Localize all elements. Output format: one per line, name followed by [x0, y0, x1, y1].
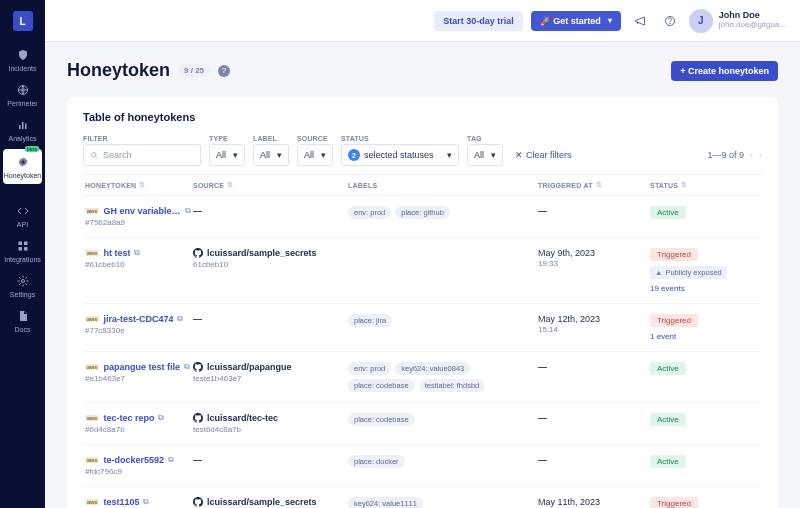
col-status[interactable]: STATUS⇅: [650, 181, 740, 189]
sidebar-item-api[interactable]: API: [0, 198, 45, 233]
table-row: awste-docker5592⧉ #fdc796c9—place: docke…: [83, 445, 762, 487]
label-tag[interactable]: env: prod: [348, 206, 391, 219]
sidebar-item-integrations[interactable]: Integrations: [0, 233, 45, 268]
events-link[interactable]: 19 events: [650, 284, 740, 293]
clear-filters-button[interactable]: ✕Clear filters: [515, 144, 572, 166]
source-file: test6d4c8a7b: [193, 425, 348, 434]
copy-icon[interactable]: ⧉: [134, 248, 140, 258]
page-help-icon[interactable]: ?: [218, 65, 230, 77]
status-badge: Triggered: [650, 497, 698, 508]
sort-icon: ⇅: [681, 181, 687, 189]
status-filter[interactable]: 2selected statuses▾: [341, 144, 459, 166]
next-page-button[interactable]: ›: [759, 150, 762, 160]
svg-rect-3: [25, 124, 27, 130]
github-icon: [193, 248, 203, 258]
label-tag[interactable]: place: github: [395, 206, 450, 219]
status-badge: Active: [650, 413, 686, 426]
table-row: awsht test⧉ #61cbeb10lcuissard/sample_se…: [83, 238, 762, 304]
source-filter[interactable]: All▾: [297, 144, 333, 166]
copy-icon[interactable]: ⧉: [184, 362, 190, 372]
sidebar-item-label: Honeytoken: [4, 172, 41, 179]
pager: 1—9 of 9 ‹ ›: [707, 144, 762, 166]
sidebar-item-analytics[interactable]: Analytics: [0, 112, 45, 147]
svg-rect-1: [19, 125, 21, 129]
col-honeytoken[interactable]: HONEYTOKEN⇅: [83, 181, 193, 189]
source-repo[interactable]: lcuissard/papangue: [207, 362, 292, 372]
no-trigger: —: [538, 413, 547, 423]
chevron-down-icon: ▾: [491, 150, 496, 160]
aws-badge: aws: [85, 415, 99, 421]
avatar: J: [689, 9, 713, 33]
sidebar-item-label: Settings: [10, 291, 35, 298]
sidebar-item-honeytoken[interactable]: betaHoneytoken: [3, 149, 42, 184]
chevron-down-icon: ▾: [233, 150, 238, 160]
honeytoken-link[interactable]: papangue test file: [103, 362, 180, 372]
honeytoken-link[interactable]: GH env variable - dat...: [103, 206, 181, 216]
source-repo[interactable]: lcuissard/tec-tec: [207, 413, 278, 423]
honeytoken-id: #6d4c8a7b: [85, 425, 193, 434]
chevron-down-icon: ▾: [321, 150, 326, 160]
label-tag[interactable]: testlabel: fhdsbd: [419, 379, 486, 392]
sidebar-item-perimeter[interactable]: Perimeter: [0, 77, 45, 112]
create-honeytoken-button[interactable]: + Create honeytoken: [671, 61, 778, 81]
label-tag[interactable]: place: docker: [348, 455, 405, 468]
logo-letter: L: [13, 11, 33, 31]
source-file: 61cbeb10: [193, 260, 348, 269]
sidebar: L IncidentsPerimeterAnalyticsbetaHoneyto…: [0, 0, 45, 508]
type-filter[interactable]: All▾: [209, 144, 245, 166]
copy-icon[interactable]: ⧉: [143, 497, 149, 507]
sidebar-item-label: API: [17, 221, 28, 228]
label-tag[interactable]: place: codebase: [348, 413, 415, 426]
user-menu[interactable]: J John Doe john.doe@gitgua...: [689, 9, 786, 33]
copy-icon[interactable]: ⧉: [185, 206, 191, 216]
sidebar-item-label: Analytics: [8, 135, 36, 142]
table-row: awsGH env variable - dat...⧉ #7562a8a9—e…: [83, 196, 762, 238]
label-tag[interactable]: key624: value0843: [395, 362, 470, 375]
label-tag[interactable]: place: jira: [348, 314, 392, 327]
honeytoken-link[interactable]: ht test: [103, 248, 130, 258]
copy-icon[interactable]: ⧉: [158, 413, 164, 423]
status-badge: Active: [650, 455, 686, 468]
copy-icon[interactable]: ⧉: [168, 455, 174, 465]
gear-icon: [16, 155, 30, 169]
cog-icon: [16, 274, 30, 288]
honeytoken-id: #7562a8a9: [85, 218, 193, 227]
sort-icon: ⇅: [596, 181, 602, 189]
sidebar-item-docs[interactable]: Docs: [0, 303, 45, 338]
topbar: Start 30-day trial 🚀 Get started J John …: [45, 0, 800, 42]
sidebar-item-label: Docs: [15, 326, 31, 333]
get-started-button[interactable]: 🚀 Get started: [531, 11, 621, 31]
no-trigger: —: [538, 206, 547, 216]
search-input[interactable]: Search: [83, 144, 201, 166]
logo[interactable]: L: [0, 0, 45, 42]
label-tag[interactable]: place: codebase: [348, 379, 415, 392]
announce-icon[interactable]: [629, 10, 651, 32]
source-file: teste1b463e7: [193, 374, 348, 383]
copy-icon[interactable]: ⧉: [177, 314, 183, 324]
source-repo[interactable]: lcuissard/sample_secrets: [207, 248, 317, 258]
label-filter[interactable]: All▾: [253, 144, 289, 166]
label-tag[interactable]: key624: value1111: [348, 497, 423, 508]
aws-badge: aws: [85, 364, 99, 370]
events-link[interactable]: 1 event: [650, 332, 740, 341]
honeytoken-link[interactable]: test1105: [103, 497, 139, 507]
publicly-exposed-badge: ▲Publicly exposed: [650, 266, 727, 279]
sidebar-item-incidents[interactable]: Incidents: [0, 42, 45, 77]
start-trial-button[interactable]: Start 30-day trial: [434, 11, 523, 31]
help-icon[interactable]: [659, 10, 681, 32]
tag-filter[interactable]: All▾: [467, 144, 503, 166]
svg-point-11: [669, 23, 670, 24]
plug-icon: [16, 239, 30, 253]
sort-icon: ⇅: [139, 181, 145, 189]
source-repo[interactable]: lcuissard/sample_secrets: [207, 497, 317, 507]
prev-page-button[interactable]: ‹: [750, 150, 753, 160]
honeytoken-link[interactable]: tec-tec repo: [103, 413, 154, 423]
honeytoken-link[interactable]: jira-test-CDC474: [103, 314, 173, 324]
col-source[interactable]: SOURCE⇅: [193, 181, 348, 189]
label-tag[interactable]: env: prod: [348, 362, 391, 375]
col-triggered[interactable]: TRIGGERED AT⇅: [538, 181, 650, 189]
search-icon: [90, 151, 99, 160]
triggered-date: May 12th, 2023: [538, 314, 650, 324]
sidebar-item-settings[interactable]: Settings: [0, 268, 45, 303]
honeytoken-link[interactable]: te-docker5592: [103, 455, 164, 465]
